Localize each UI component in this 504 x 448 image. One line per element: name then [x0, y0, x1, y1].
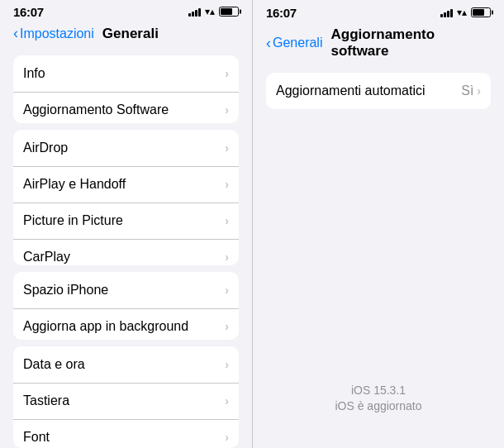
aggiornamento-software-label: Aggiornamento Software [23, 102, 169, 117]
page-title-right: Aggiornamento software [330, 26, 491, 60]
info-label: Info [23, 66, 45, 81]
back-button-right[interactable]: ‹ Generali [266, 36, 322, 50]
chevron-icon: › [225, 250, 229, 264]
back-label-right: Generali [273, 36, 322, 50]
list-item-spazio-iphone[interactable]: Spazio iPhone › [13, 272, 239, 308]
list-item-tastiera[interactable]: Tastiera › [13, 383, 239, 419]
time-left: 16:07 [13, 5, 44, 19]
list-item-picture-in-picture[interactable]: Picture in Picture › [13, 203, 239, 239]
status-bar-left: 16:07 ▾▴ [0, 0, 252, 22]
spazio-iphone-label: Spazio iPhone [23, 283, 108, 298]
list-item-airplay-handoff[interactable]: AirPlay e Handoff › [13, 166, 239, 203]
page-title-left: Generali [102, 26, 159, 42]
battery-icon [219, 7, 239, 17]
chevron-icon: › [225, 178, 229, 191]
aggiornamenti-automatici-label: Aggiornamenti automatici [276, 83, 426, 98]
chevron-icon: › [225, 103, 229, 117]
font-label: Font [23, 430, 50, 445]
ios-version: iOS 15.3.1 [351, 383, 406, 399]
airplay-handoff-label: AirPlay e Handoff [23, 177, 126, 192]
wifi-icon: ▾▴ [205, 6, 215, 17]
tastiera-label: Tastiera [23, 393, 69, 408]
list-item-carplay[interactable]: CarPlay › [13, 239, 239, 265]
list-item-airdrop[interactable]: AirDrop › [13, 130, 239, 166]
battery-icon [471, 7, 491, 17]
chevron-icon: › [225, 431, 229, 444]
right-panel: 16:07 ▾▴ ‹ Generali Aggiornamento softwa… [252, 0, 504, 448]
list-item-font[interactable]: Font › [13, 419, 239, 448]
list-item-data-ora[interactable]: Data e ora › [13, 346, 239, 383]
list-item-aggiornamenti-automatici[interactable]: Aggiornamenti automatici Sì › [266, 73, 491, 109]
time-right: 16:07 [266, 6, 297, 20]
data-ora-label: Data e ora [23, 357, 85, 372]
back-chevron-icon: ‹ [13, 26, 18, 41]
aggiorna-app-label: Aggiorna app in background [23, 319, 188, 334]
chevron-icon: › [225, 394, 229, 407]
airdrop-label: AirDrop [23, 141, 68, 155]
chevron-icon: › [225, 214, 229, 227]
list-item-aggiorna-app[interactable]: Aggiorna app in background › [13, 308, 239, 340]
signal-icon [440, 7, 453, 17]
chevron-icon: › [225, 141, 229, 155]
status-icons-left: ▾▴ [188, 6, 239, 17]
section-general-1: Info › Aggiornamento Software › [13, 55, 239, 123]
status-icons-right: ▾▴ [440, 7, 491, 18]
left-panel: 16:07 ▾▴ ‹ Impostazioni Generali Info › [0, 0, 252, 448]
ios-status: iOS è aggiornato [335, 398, 421, 415]
wifi-icon: ▾▴ [457, 7, 467, 18]
aggiornamenti-automatici-value: Sì [461, 83, 473, 98]
section-updates: Aggiornamenti automatici Sì › [266, 73, 491, 109]
nav-bar-left: ‹ Impostazioni Generali [0, 22, 252, 49]
chevron-icon: › [225, 320, 229, 333]
chevron-icon: › [225, 67, 229, 80]
section-general-3: Spazio iPhone › Aggiorna app in backgrou… [13, 272, 239, 340]
list-item-aggiornamento-software[interactable]: Aggiornamento Software › [13, 92, 239, 123]
back-button-left[interactable]: ‹ Impostazioni [13, 26, 94, 41]
section-general-2: AirDrop › AirPlay e Handoff › Picture in… [13, 130, 239, 265]
picture-in-picture-label: Picture in Picture [23, 213, 123, 228]
chevron-icon: › [225, 284, 229, 297]
section-general-4: Data e ora › Tastiera › Font › [13, 346, 239, 448]
ios-info-section: iOS 15.3.1 iOS è aggiornato [253, 109, 504, 448]
chevron-icon: › [225, 358, 229, 371]
signal-icon [188, 7, 201, 17]
list-item-info[interactable]: Info › [13, 55, 239, 92]
status-bar-right: 16:07 ▾▴ [253, 0, 504, 23]
nav-bar-right: ‹ Generali Aggiornamento software [253, 23, 504, 66]
back-label-left: Impostazioni [20, 26, 94, 41]
carplay-label: CarPlay [23, 250, 70, 265]
chevron-icon: › [477, 84, 481, 98]
back-chevron-icon: ‹ [266, 36, 271, 50]
